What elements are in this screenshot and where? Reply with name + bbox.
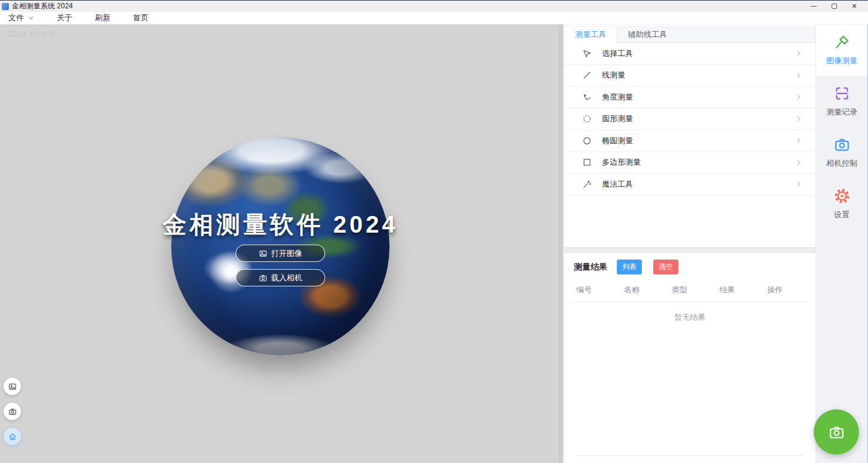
title-bar: 金相测量系统 2024 ✕ bbox=[0, 1, 868, 12]
main-canvas[interactable]: 2024 v0.0.2 金相测量软件 2024 打开图像 载入相机 bbox=[0, 24, 563, 463]
maximize-icon bbox=[832, 4, 837, 9]
open-image-label: 打开图像 bbox=[271, 248, 302, 259]
column-header-result: 结果 bbox=[719, 285, 767, 295]
app-logo-icon bbox=[2, 3, 9, 10]
chevron-right-icon bbox=[795, 72, 802, 79]
chevron-right-icon bbox=[795, 137, 802, 144]
tool-list: 选择工具 线测量 角度测量 圆形测量 椭圆测量 bbox=[564, 43, 816, 217]
line-icon bbox=[582, 70, 592, 80]
tool-label: 选择工具 bbox=[602, 48, 633, 59]
home-float-button[interactable] bbox=[4, 428, 21, 445]
capture-fab-button[interactable] bbox=[814, 409, 859, 455]
pin-icon bbox=[834, 34, 850, 50]
load-camera-label: 载入相机 bbox=[271, 273, 302, 283]
canvas-scrollbar[interactable] bbox=[558, 24, 563, 463]
menu-item-home-label: 首页 bbox=[133, 13, 149, 23]
open-image-button[interactable]: 打开图像 bbox=[236, 245, 325, 262]
open-image-float-button[interactable] bbox=[4, 378, 21, 395]
chevron-right-icon bbox=[795, 180, 802, 188]
column-header-id: 编号 bbox=[576, 285, 624, 295]
chevron-right-icon bbox=[795, 115, 802, 123]
polygon-icon bbox=[582, 158, 592, 167]
cursor-icon bbox=[582, 49, 592, 58]
sidebar-item-settings[interactable]: 设置 bbox=[816, 178, 867, 230]
tool-row-ellipse[interactable]: 椭圆测量 bbox=[564, 130, 816, 152]
header-divider bbox=[572, 301, 808, 302]
tool-row-magic[interactable]: 魔法工具 bbox=[564, 174, 816, 196]
camera-icon bbox=[834, 137, 850, 153]
panel-splitter[interactable] bbox=[564, 247, 816, 253]
tool-row-select[interactable]: 选择工具 bbox=[564, 43, 816, 65]
tool-row-angle[interactable]: 角度测量 bbox=[564, 87, 816, 109]
home-icon bbox=[8, 433, 17, 441]
sidebar-label: 设置 bbox=[834, 209, 850, 220]
column-header-name: 名称 bbox=[624, 285, 672, 295]
window-title: 金相测量系统 2024 bbox=[12, 1, 73, 11]
sidebar-label: 图像测量 bbox=[826, 55, 857, 66]
sidebar-label: 测量记录 bbox=[826, 107, 857, 118]
results-column-headers: 编号 名称 类型 结果 操作 bbox=[564, 285, 816, 295]
list-button[interactable]: 列表 bbox=[617, 260, 642, 274]
scan-icon bbox=[834, 85, 850, 101]
tool-label: 椭圆测量 bbox=[602, 135, 633, 146]
results-header: 测量结果 列表 清空 bbox=[564, 260, 816, 274]
version-watermark: 2024 v0.0.2 bbox=[7, 29, 54, 39]
tool-label: 角度测量 bbox=[602, 92, 633, 103]
menu-item-refresh[interactable]: 刷新 bbox=[95, 13, 110, 23]
maximize-button[interactable] bbox=[824, 1, 844, 12]
minimize-button[interactable] bbox=[804, 1, 824, 12]
camera-icon bbox=[259, 274, 267, 282]
chevron-right-icon bbox=[795, 159, 802, 166]
tool-row-circle[interactable]: 圆形测量 bbox=[564, 109, 816, 131]
app-window: 金相测量系统 2024 ✕ 文件 关于 刷新 首页 2024 v0.0.2 金相… bbox=[0, 0, 868, 463]
menu-item-about[interactable]: 关于 bbox=[57, 13, 72, 23]
image-icon bbox=[8, 382, 17, 391]
results-section: 测量结果 列表 清空 编号 名称 类型 结果 操作 暂无结果 bbox=[564, 253, 816, 463]
minimize-icon bbox=[811, 6, 817, 7]
chevron-right-icon bbox=[795, 93, 802, 101]
right-sidebar: 图像测量 测量记录 相机控制 设置 bbox=[816, 24, 867, 463]
angle-icon bbox=[582, 92, 592, 102]
sidebar-item-camera-control[interactable]: 相机控制 bbox=[816, 127, 867, 178]
hero-title: 金相测量软件 2024 bbox=[101, 208, 459, 241]
chevron-down-icon bbox=[28, 15, 34, 21]
camera-float-button[interactable] bbox=[4, 403, 21, 420]
tool-label: 圆形测量 bbox=[602, 113, 633, 124]
ellipse-icon bbox=[582, 136, 592, 146]
menu-bar: 文件 关于 刷新 首页 bbox=[0, 12, 868, 24]
tab-measure-tools[interactable]: 测量工具 bbox=[564, 27, 617, 43]
column-header-action: 操作 bbox=[767, 285, 815, 295]
clear-button[interactable]: 清空 bbox=[653, 260, 678, 274]
camera-icon bbox=[8, 408, 17, 416]
load-camera-button[interactable]: 载入相机 bbox=[236, 269, 325, 286]
image-icon bbox=[259, 249, 267, 258]
camera-icon bbox=[829, 424, 845, 440]
sidebar-label: 相机控制 bbox=[826, 158, 857, 169]
window-controls: ✕ bbox=[804, 1, 864, 12]
empty-state-text: 暂无结果 bbox=[564, 312, 816, 323]
menu-item-home[interactable]: 首页 bbox=[133, 13, 149, 23]
tool-label: 魔法工具 bbox=[602, 179, 633, 190]
tool-label: 多边形测量 bbox=[602, 157, 641, 168]
tab-guide-tools[interactable]: 辅助线工具 bbox=[617, 27, 678, 42]
results-title: 测量结果 bbox=[574, 262, 607, 273]
tool-row-line[interactable]: 线测量 bbox=[564, 65, 816, 87]
menu-item-about-label: 关于 bbox=[57, 13, 72, 23]
chevron-right-icon bbox=[795, 50, 802, 57]
magic-wand-icon bbox=[582, 180, 592, 189]
tool-label: 线测量 bbox=[602, 70, 625, 81]
dashed-circle-icon bbox=[582, 114, 592, 124]
close-icon: ✕ bbox=[851, 3, 857, 10]
tool-row-polygon[interactable]: 多边形测量 bbox=[564, 152, 816, 174]
menu-item-file[interactable]: 文件 bbox=[8, 13, 34, 23]
menu-item-refresh-label: 刷新 bbox=[95, 13, 110, 23]
gear-icon bbox=[834, 188, 850, 204]
sidebar-item-measure-records[interactable]: 测量记录 bbox=[816, 76, 867, 127]
sidebar-item-image-measure[interactable]: 图像测量 bbox=[816, 24, 867, 76]
tools-panel: 测量工具 辅助线工具 选择工具 线测量 角度测量 圆形测量 bbox=[564, 24, 816, 463]
bottom-divider bbox=[576, 455, 804, 456]
column-header-type: 类型 bbox=[672, 285, 719, 295]
close-button[interactable]: ✕ bbox=[844, 1, 864, 12]
panel-tabs: 测量工具 辅助线工具 bbox=[564, 26, 816, 43]
menu-item-file-label: 文件 bbox=[8, 13, 24, 23]
